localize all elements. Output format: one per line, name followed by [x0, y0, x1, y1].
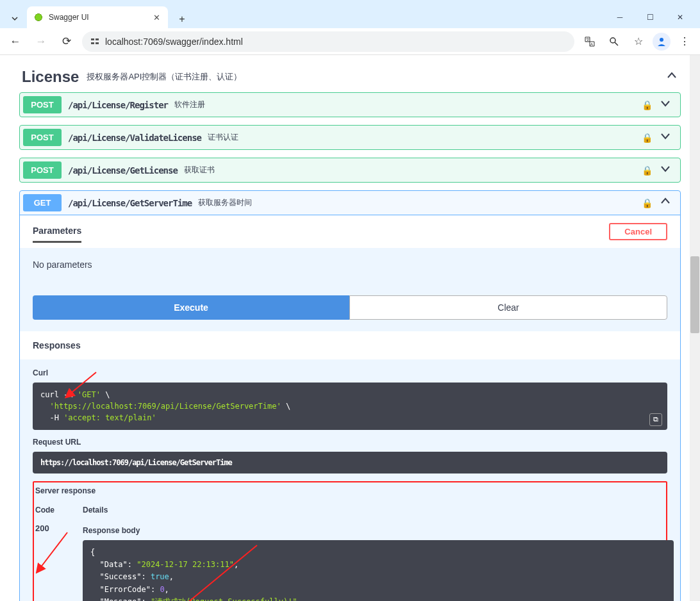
minimize-button[interactable]: ─ [605, 6, 635, 28]
endpoint-desc: 证书认证 [208, 132, 238, 143]
endpoint-desc: 获取服务器时间 [198, 197, 252, 208]
svg-rect-2 [96, 38, 99, 40]
site-info-icon[interactable] [90, 37, 100, 47]
browser-tab[interactable]: Swagger UI ✕ [27, 6, 168, 28]
tab-search-dropdown[interactable] [5, 9, 24, 28]
menu-icon[interactable]: ⋮ [674, 31, 695, 52]
server-response-label: Server response [34, 486, 666, 495]
lock-icon[interactable]: 🔒 [642, 165, 653, 176]
endpoint-summary[interactable]: POST /api/License/ValidateLicense 证书认证 🔒 [20, 126, 680, 149]
address-bar[interactable]: localhost:7069/swagger/index.html [82, 31, 574, 52]
lock-icon[interactable]: 🔒 [642, 100, 653, 110]
clear-button[interactable]: Clear [349, 295, 667, 320]
method-badge: POST [23, 96, 62, 113]
endpoint-path: /api/License/GetServerTime [68, 198, 192, 208]
url-text: localhost:7069/swagger/index.html [105, 37, 243, 47]
tag-header-license[interactable]: License 授权服务器API控制器（证书注册、认证） [19, 62, 681, 92]
swagger-favicon [33, 12, 44, 22]
endpoint-path: /api/License/ValidateLicense [68, 133, 201, 143]
svg-text:A: A [590, 42, 593, 46]
lock-icon[interactable]: 🔒 [642, 133, 653, 143]
translate-icon[interactable]: 文A [579, 31, 600, 52]
details-header: Details [83, 502, 665, 518]
curl-block: curl -X 'GET' \ 'https://localhost:7069/… [33, 383, 667, 430]
new-tab-button[interactable]: + [173, 10, 191, 28]
method-badge: POST [23, 129, 62, 146]
zoom-icon[interactable] [604, 31, 624, 52]
status-code: 200 [35, 520, 81, 601]
chevron-up-icon [659, 195, 672, 211]
request-url-block: https://localhost:7069/api/License/GetSe… [33, 452, 667, 473]
endpoint-path: /api/License/Register [68, 100, 168, 110]
endpoint-desc: 获取证书 [184, 165, 215, 176]
chevron-down-icon [659, 129, 672, 145]
copy-icon[interactable]: ⧉ [649, 413, 662, 426]
endpoint-register: POST /api/License/Register 软件注册 🔒 [19, 92, 681, 117]
svg-text:文: 文 [586, 37, 590, 42]
maximize-button[interactable]: ☐ [635, 6, 665, 28]
bookmark-icon[interactable]: ☆ [628, 31, 649, 52]
tab-title: Swagger UI [49, 13, 146, 22]
browser-tab-strip: Swagger UI ✕ + ─ ☐ ✕ [0, 0, 700, 28]
tag-description: 授权服务器API控制器（证书注册、认证） [87, 71, 242, 83]
method-badge: POST [23, 161, 62, 179]
close-window-button[interactable]: ✕ [665, 6, 695, 28]
tag-name: License [22, 68, 79, 86]
responses-heading: Responses [33, 340, 667, 350]
chevron-down-icon [659, 162, 672, 178]
endpoint-summary[interactable]: GET /api/License/GetServerTime 获取服务器时间 🔒 [20, 191, 680, 215]
reload-button[interactable]: ⟳ [56, 31, 77, 52]
chevron-down-icon [659, 97, 672, 113]
code-header: Code [35, 502, 81, 518]
scrollbar-thumb[interactable] [690, 256, 699, 333]
endpoint-summary[interactable]: POST /api/License/GetLicense 获取证书 🔒 [20, 158, 680, 182]
cancel-button[interactable]: Cancel [609, 223, 667, 240]
svg-rect-3 [96, 42, 99, 44]
response-body-block: { "Data": "2024-12-17 22:13:11", "Succes… [83, 540, 674, 601]
back-button[interactable]: ← [5, 31, 26, 52]
endpoint-validate-license: POST /api/License/ValidateLicense 证书认证 🔒 [19, 125, 681, 150]
close-icon[interactable]: ✕ [151, 12, 162, 22]
response-body-label: Response body [83, 526, 665, 535]
profile-avatar[interactable] [653, 33, 671, 51]
browser-toolbar: ← → ⟳ localhost:7069/swagger/index.html … [0, 28, 700, 55]
execute-button[interactable]: Execute [33, 295, 349, 320]
svg-point-8 [660, 38, 663, 42]
svg-line-7 [615, 42, 618, 45]
svg-point-6 [610, 38, 615, 43]
curl-label: Curl [33, 368, 667, 377]
endpoint-get-server-time: GET /api/License/GetServerTime 获取服务器时间 🔒… [19, 190, 681, 601]
endpoint-get-license: POST /api/License/GetLicense 获取证书 🔒 [19, 158, 681, 183]
endpoint-summary[interactable]: POST /api/License/Register 软件注册 🔒 [20, 93, 680, 117]
endpoint-desc: 软件注册 [174, 99, 205, 110]
method-badge: GET [23, 194, 62, 211]
parameters-tab[interactable]: Parameters [33, 220, 81, 243]
forward-button[interactable]: → [31, 31, 51, 52]
lock-icon[interactable]: 🔒 [642, 198, 653, 208]
no-parameters-text: No parameters [20, 248, 680, 295]
request-url-label: Request URL [33, 438, 667, 447]
endpoint-path: /api/License/GetLicense [68, 165, 178, 176]
svg-rect-1 [91, 42, 94, 44]
chevron-up-icon [665, 69, 678, 85]
svg-rect-0 [91, 38, 94, 40]
